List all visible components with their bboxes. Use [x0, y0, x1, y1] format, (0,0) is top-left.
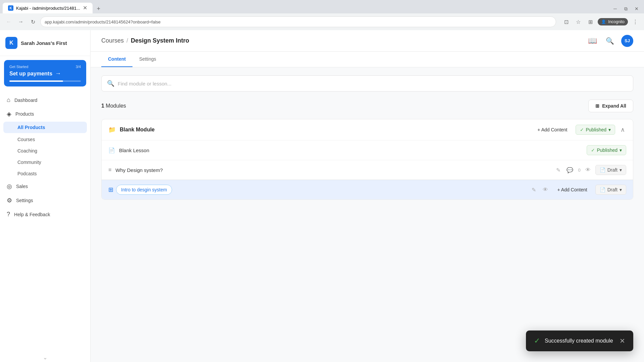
sidebar-item-dashboard[interactable]: ⌂ Dashboard	[0, 93, 90, 107]
module-status-badge[interactable]: ✓ Published ▾	[576, 125, 615, 135]
sidebar-item-podcasts[interactable]: Podcasts	[0, 168, 90, 179]
lesson-status-badge[interactable]: ✓ Published ▾	[587, 145, 627, 155]
new-module-row: ⊞ Intro to desgin system ✎ 👁 + Add Conte…	[102, 180, 633, 199]
sidebar-logo: K	[5, 37, 17, 49]
doc-icon: 📄	[600, 167, 605, 173]
lesson-actions: ✓ Published ▾	[587, 145, 627, 155]
new-module-status-label: Draft	[607, 187, 618, 192]
toast-message: Successfully created module	[545, 338, 613, 344]
close-button[interactable]: ✕	[632, 4, 641, 13]
expand-all-button[interactable]: ⊞ Expand All	[588, 100, 633, 112]
new-module-add-content-button[interactable]: + Add Content	[553, 185, 591, 194]
sidebar-item-settings[interactable]: ⚙ Settings	[0, 193, 90, 207]
podcasts-label: Podcasts	[17, 171, 37, 176]
lesson-doc-icon: 📄	[108, 147, 115, 154]
forward-button[interactable]: →	[16, 17, 25, 26]
tab-favicon: K	[8, 5, 13, 11]
active-tab[interactable]: K Kajabi - /admin/products/21481... ✕	[3, 3, 93, 13]
get-started-arrow-icon: →	[55, 70, 61, 77]
breadcrumb-separator: /	[126, 37, 128, 44]
avatar[interactable]: SJ	[621, 35, 633, 47]
address-bar[interactable]: app.kajabi.com/admin/products/2148145624…	[40, 16, 556, 27]
tab-title: Kajabi - /admin/products/21481...	[16, 6, 80, 11]
expand-all-label: Expand All	[602, 103, 626, 109]
tab-close-button[interactable]: ✕	[83, 5, 87, 11]
tab-content[interactable]: Content	[101, 52, 132, 67]
tab-settings[interactable]: Settings	[132, 52, 163, 67]
lesson-row-blank-lesson: 📄 Blank Lesson ✓ Published ▾	[102, 140, 633, 160]
sidebar-item-products[interactable]: ◈ Products	[0, 107, 90, 121]
sidebar-scroll-indicator: ⌄	[0, 353, 90, 362]
new-module-edit-icon[interactable]: ✎	[530, 185, 537, 194]
cast-icon[interactable]: ⊡	[561, 17, 571, 26]
comment-icon[interactable]: 💬	[565, 166, 575, 175]
lesson-status-label: Published	[597, 147, 618, 153]
breadcrumb-courses-link[interactable]: Courses	[101, 37, 124, 44]
lesson-title: Blank Lesson	[119, 147, 583, 153]
browser-toolbar: ← → ↻ app.kajabi.com/admin/products/2148…	[0, 13, 644, 30]
new-module-actions: ✎ 👁 + Add Content 📄 Draft ▾	[530, 185, 626, 195]
sidebar-item-community[interactable]: Community	[0, 157, 90, 168]
new-module-eye-icon[interactable]: 👁	[541, 185, 549, 194]
book-icon[interactable]: 📖	[586, 35, 598, 47]
course-content: 🔍 1 Modules ⊞ Expand All	[91, 67, 644, 212]
sidebar-item-coaching[interactable]: Coaching	[0, 145, 90, 157]
search-icon[interactable]: 🔍	[604, 35, 616, 47]
menu-button[interactable]: ⋮	[631, 17, 640, 26]
module-actions: + Add Content ✓ Published ▾ ∧	[533, 125, 626, 135]
sub-lesson-status-label: Draft	[607, 167, 618, 173]
sidebar-nav: ⌂ Dashboard ◈ Products All Products Cour…	[0, 90, 90, 353]
status-chevron-icon: ▾	[608, 127, 611, 132]
search-input[interactable]	[118, 81, 628, 86]
breadcrumb: Courses / Design System Intro	[101, 37, 189, 44]
sidebar-item-label: Products	[15, 111, 34, 117]
new-module-status-badge[interactable]: 📄 Draft ▾	[595, 185, 626, 195]
new-module-chevron-icon: ▾	[620, 187, 622, 192]
drag-handle-icon: ≡	[108, 167, 111, 173]
window-controls: ─ ⧉ ✕	[610, 4, 641, 13]
new-tab-button[interactable]: +	[94, 4, 103, 13]
browser-tabs: K Kajabi - /admin/products/21481... ✕ + …	[0, 0, 644, 13]
settings-icon: ⚙	[7, 197, 12, 204]
incognito-button[interactable]: 👤 Incognito	[598, 18, 628, 25]
sidebar-item-help[interactable]: ? Help & Feedback	[0, 207, 90, 221]
back-button[interactable]: ←	[4, 17, 13, 26]
minimize-button[interactable]: ─	[610, 4, 620, 13]
breadcrumb-current-page: Design System Intro	[131, 37, 189, 44]
modules-header: 1 Modules ⊞ Expand All	[101, 100, 633, 112]
toast-notification: ✓ Successfully created module ✕	[526, 330, 633, 351]
main-content: Courses / Design System Intro 📖 🔍 SJ Con…	[91, 30, 644, 362]
sub-lesson-title: Why Design system?	[115, 167, 551, 173]
sales-icon: ◎	[7, 183, 12, 190]
eye-icon[interactable]: 👁	[584, 166, 592, 174]
status-check-icon: ✓	[580, 127, 584, 132]
community-label: Community	[17, 160, 41, 165]
all-products-label: All Products	[17, 125, 45, 130]
new-module-doc-icon: 📄	[600, 187, 605, 192]
dashboard-icon: ⌂	[7, 97, 10, 104]
get-started-card[interactable]: Get Started 3/4 Set up payments →	[4, 60, 86, 86]
coaching-label: Coaching	[17, 148, 37, 154]
sub-lesson-status-badge[interactable]: 📄 Draft ▾	[595, 165, 626, 175]
new-module-title[interactable]: Intro to desgin system	[116, 185, 172, 195]
module-search-bar[interactable]: 🔍	[101, 75, 633, 92]
sub-lesson-actions: ✎ 💬 0 👁 📄 Draft ▾	[555, 165, 626, 175]
sidebar-header: K Sarah Jonas's First	[0, 30, 90, 56]
sidebar-item-all-products[interactable]: All Products	[3, 122, 87, 133]
toast-close-button[interactable]: ✕	[620, 337, 625, 345]
module-add-content-button[interactable]: + Add Content	[533, 125, 571, 134]
extensions-icon[interactable]: ⊞	[586, 17, 595, 26]
sidebar-item-sales[interactable]: ◎ Sales	[0, 179, 90, 193]
edit-icon[interactable]: ✎	[555, 166, 562, 175]
module-card: 📁 Blank Module + Add Content ✓ Published…	[101, 119, 633, 200]
module-collapse-button[interactable]: ∧	[619, 125, 626, 135]
maximize-button[interactable]: ⧉	[621, 4, 631, 13]
sub-lesson-chevron-icon: ▾	[620, 167, 622, 173]
browser-chrome: K Kajabi - /admin/products/21481... ✕ + …	[0, 0, 644, 30]
reload-button[interactable]: ↻	[28, 17, 38, 26]
bookmark-icon[interactable]: ☆	[574, 17, 583, 26]
sidebar-item-courses[interactable]: Courses	[0, 134, 90, 145]
browser-right-icons: ⊡ ☆ ⊞ 👤 Incognito ⋮	[561, 17, 640, 26]
module-status-label: Published	[586, 127, 607, 132]
get-started-progress-fill	[9, 80, 63, 82]
